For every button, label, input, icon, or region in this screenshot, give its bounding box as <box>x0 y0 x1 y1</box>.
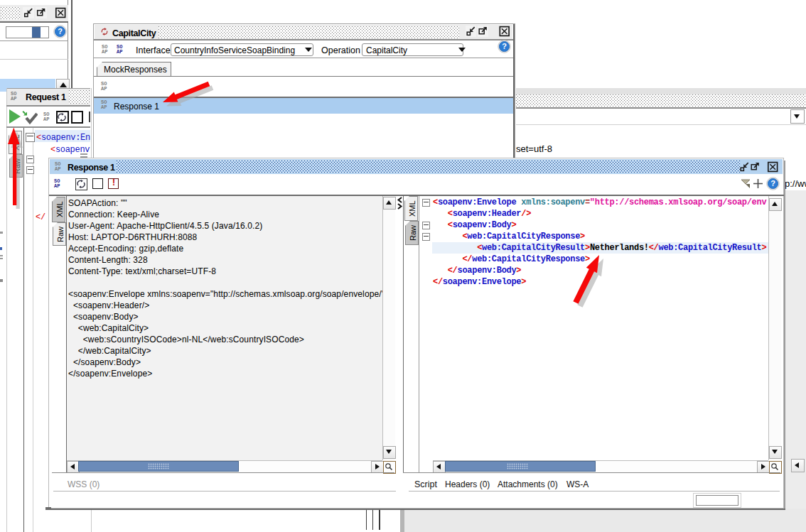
svg-text:?: ? <box>770 179 775 188</box>
svg-text:?: ? <box>502 42 507 50</box>
svg-text:?: ? <box>58 27 63 36</box>
